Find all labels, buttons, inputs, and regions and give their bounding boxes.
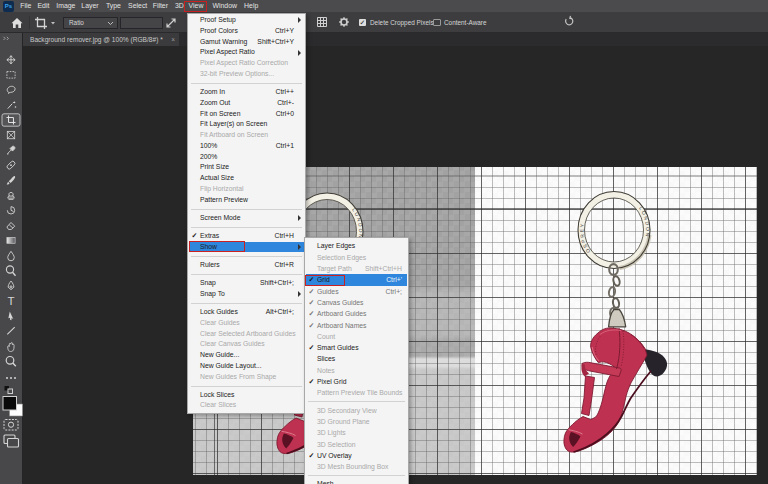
svg-text:T: T: [7, 295, 14, 307]
